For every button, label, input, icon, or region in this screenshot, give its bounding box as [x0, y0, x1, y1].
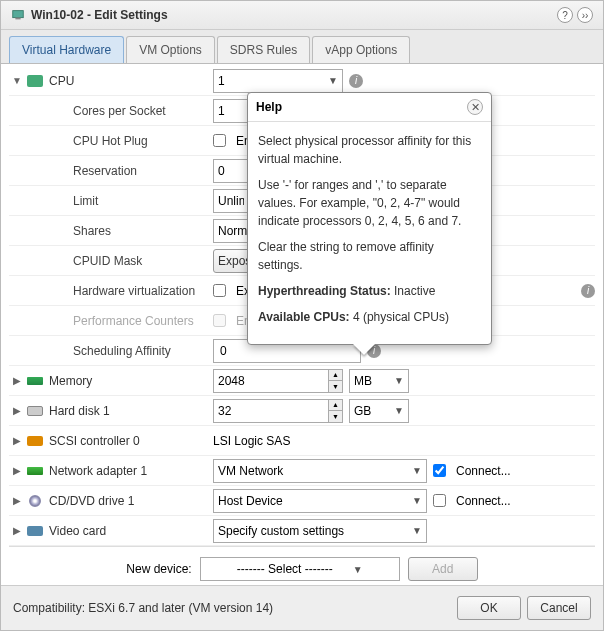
tooltip-cpu-value: 4 (physical CPUs) [350, 310, 449, 324]
new-device-label: New device: [126, 562, 191, 576]
hwvirt-label: Hardware virtualization [45, 284, 213, 298]
tooltip-ht-value: Inactive [391, 284, 436, 298]
tab-vapp-options[interactable]: vApp Options [312, 36, 410, 63]
affinity-label: Scheduling Affinity [45, 344, 213, 358]
cd-twisty[interactable]: ▶ [9, 495, 25, 506]
cd-select[interactable]: Host Device▼ [213, 489, 427, 513]
disk-input[interactable] [214, 400, 328, 422]
scsi-twisty[interactable]: ▶ [9, 435, 25, 446]
tooltip-cpu-label: Available CPUs: [258, 310, 350, 324]
memory-input[interactable] [214, 370, 328, 392]
tooltip-p3: Clear the string to remove affinity sett… [258, 238, 481, 274]
tooltip-close-button[interactable]: ✕ [467, 99, 483, 115]
cores-label: Cores per Socket [45, 104, 213, 118]
svg-rect-1 [15, 18, 20, 20]
tooltip-ht-label: Hyperthreading Status: [258, 284, 391, 298]
cpu-count-select[interactable]: 1▼ [213, 69, 343, 93]
reservation-input[interactable] [214, 160, 248, 182]
tooltip-p2: Use '-' for ranges and ',' to separate v… [258, 176, 481, 230]
video-twisty[interactable]: ▶ [9, 525, 25, 536]
perf-label: Performance Counters [45, 314, 213, 328]
cd-icon [29, 495, 41, 507]
cpu-icon [27, 75, 43, 87]
help-button[interactable]: ? [557, 7, 573, 23]
memory-icon [27, 377, 43, 385]
memory-unit-select[interactable]: MB▼ [349, 369, 409, 393]
network-select[interactable]: VM Network▼ [213, 459, 427, 483]
scsi-label: SCSI controller 0 [45, 434, 213, 448]
spin-up[interactable]: ▲ [328, 400, 342, 411]
cpu-label: CPU [45, 74, 213, 88]
scsi-value: LSI Logic SAS [213, 434, 290, 448]
window-title: Win10-02 - Edit Settings [31, 8, 557, 22]
memory-label: Memory [45, 374, 213, 388]
network-connect-checkbox[interactable] [433, 464, 446, 477]
info-icon[interactable]: i [581, 284, 595, 298]
tooltip-p1: Select physical processor affinity for t… [258, 132, 481, 168]
popout-button[interactable]: ›› [577, 7, 593, 23]
cpuid-label: CPUID Mask [45, 254, 213, 268]
spin-up[interactable]: ▲ [328, 370, 342, 381]
cancel-button[interactable]: Cancel [527, 596, 591, 620]
net-twisty[interactable]: ▶ [9, 465, 25, 476]
cd-label: CD/DVD drive 1 [45, 494, 213, 508]
hwvirt-checkbox[interactable] [213, 284, 226, 297]
video-label: Video card [45, 524, 213, 538]
shares-label: Shares [45, 224, 213, 238]
hotplug-checkbox[interactable] [213, 134, 226, 147]
spin-down[interactable]: ▼ [328, 411, 342, 422]
disk-twisty[interactable]: ▶ [9, 405, 25, 416]
add-button[interactable]: Add [408, 557, 478, 581]
tab-sdrs-rules[interactable]: SDRS Rules [217, 36, 310, 63]
cpu-twisty[interactable]: ▼ [9, 75, 25, 86]
video-icon [27, 526, 43, 536]
hotplug-label: CPU Hot Plug [45, 134, 213, 148]
cd-connect-checkbox[interactable] [433, 494, 446, 507]
info-icon[interactable]: i [349, 74, 363, 88]
scsi-icon [27, 436, 43, 446]
video-select[interactable]: Specify custom settings▼ [213, 519, 427, 543]
network-icon [27, 467, 43, 475]
disk-icon [27, 406, 43, 416]
ok-button[interactable]: OK [457, 596, 521, 620]
compatibility-text: Compatibility: ESXi 6.7 and later (VM ve… [13, 601, 451, 615]
tab-vm-options[interactable]: VM Options [126, 36, 215, 63]
network-label: Network adapter 1 [45, 464, 213, 478]
reservation-label: Reservation [45, 164, 213, 178]
disk-unit-select[interactable]: GB▼ [349, 399, 409, 423]
limit-input[interactable] [214, 190, 248, 212]
vm-icon [11, 8, 25, 22]
spin-down[interactable]: ▼ [328, 381, 342, 392]
tooltip-title: Help [256, 100, 467, 114]
new-device-select[interactable]: ------- Select -------▼ [200, 557, 400, 581]
network-connect-label: Connect... [456, 464, 511, 478]
cd-connect-label: Connect... [456, 494, 511, 508]
help-tooltip: Help ✕ Select physical processor affinit… [247, 92, 492, 345]
limit-label: Limit [45, 194, 213, 208]
svg-rect-0 [13, 11, 24, 18]
memory-twisty[interactable]: ▶ [9, 375, 25, 386]
perf-checkbox [213, 314, 226, 327]
disk-label: Hard disk 1 [45, 404, 213, 418]
tab-virtual-hardware[interactable]: Virtual Hardware [9, 36, 124, 63]
